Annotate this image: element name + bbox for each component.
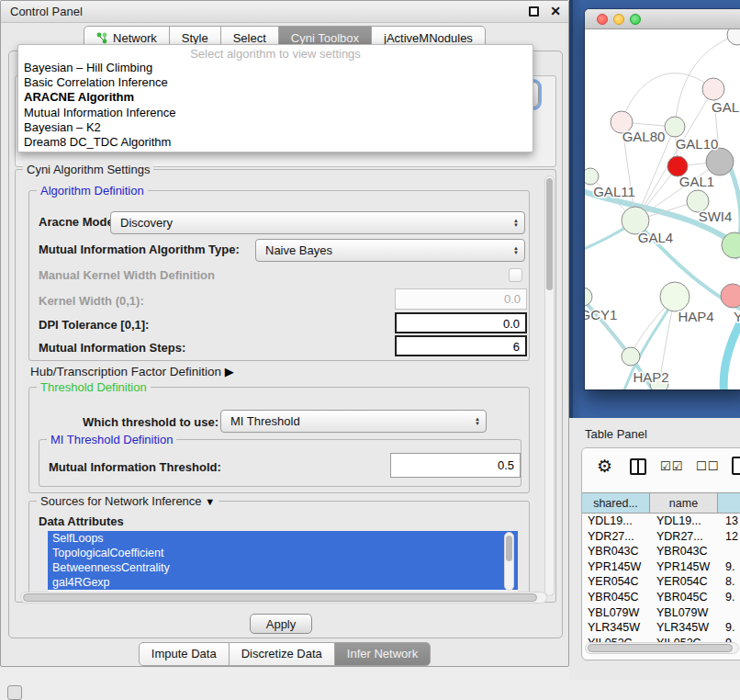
which-threshold-label: Which threshold to use:	[83, 415, 219, 429]
table-panel: Table Panel ⚙ ☑☑ ☐☐ shared...nameA YDL19…	[569, 418, 740, 680]
network-node[interactable]	[706, 148, 734, 175]
data-attributes-list[interactable]: SelfLoopsTopologicalCoefficientBetweenne…	[48, 531, 518, 592]
node-gcy1[interactable]	[585, 288, 592, 306]
tab-discretize-data[interactable]: Discretize Data	[229, 642, 335, 666]
tab-label: Select	[233, 31, 266, 45]
hub-definition-label: Hub/Transcription Factor Definition	[30, 365, 221, 378]
table-row[interactable]: YDL19...YDL19...13	[582, 514, 740, 529]
hub-definition-toggle[interactable]: Hub/Transcription Factor Definition ▶	[30, 365, 234, 378]
combo-arrows-icon: ▲▼	[508, 219, 524, 228]
settings-hscrollbar[interactable]	[20, 592, 547, 604]
table-cell: 9.	[720, 620, 740, 636]
table-panel-box: ⚙ ☑☑ ☐☐ shared...nameA YDL19...YDL19...1…	[581, 447, 740, 660]
table-cell: 9.	[720, 559, 740, 575]
tab-label: Infer Network	[347, 647, 418, 660]
aracne-mode-select[interactable]: Discovery ▲▼	[110, 211, 525, 234]
gear-icon[interactable]: ⚙	[597, 456, 612, 477]
table-row[interactable]: YPR145WYPR145W9.	[582, 559, 740, 575]
table-body: YDL19...YDL19...13YDR27...YDR27...12YBR0…	[582, 514, 740, 650]
table-cell: YDR27...	[651, 529, 720, 545]
tab-label: Cyni Toolbox	[291, 31, 359, 45]
node-gal11[interactable]	[585, 168, 599, 185]
columns-icon[interactable]	[630, 458, 646, 475]
table-cell: YPR145W	[651, 559, 720, 575]
algorithm-option[interactable]: Basic Correlation Inference	[18, 75, 533, 90]
node-label-hap4: HAP4	[678, 309, 713, 324]
mi-threshold-field[interactable]: 0.5	[390, 453, 521, 478]
table-cell	[720, 605, 740, 621]
collapsed-arrow-icon: ▶	[225, 365, 234, 378]
table-row[interactable]: YBL079WYBL079W	[582, 605, 740, 621]
network-edge[interactable]	[622, 73, 713, 122]
algorithm-list: Bayesian – Hill ClimbingBasic Correlatio…	[18, 61, 533, 150]
algorithm-definition-title: Algorithm Definition	[37, 184, 148, 198]
checked-boxes-icon[interactable]: ☑☑	[660, 459, 683, 473]
table-row[interactable]: YBR045CYBR045C9.	[582, 590, 740, 605]
kernel-width-field[interactable]: 0.0	[395, 288, 527, 310]
float-window-icon[interactable]	[529, 6, 539, 17]
node-table: shared...nameA YDL19...YDL19...13YDR27..…	[582, 492, 740, 650]
node-hap4[interactable]	[660, 282, 690, 311]
mi-type-label: Mutual Information Algorithm Type:	[39, 243, 240, 256]
table-cell: YDR27...	[582, 529, 651, 545]
column-header[interactable]: shared...	[581, 492, 650, 514]
bottom-tabs: Impute DataDiscretize DataInfer Network	[1, 642, 568, 666]
mi-steps-field[interactable]: 6	[395, 335, 527, 356]
minimize-traffic-light-icon[interactable]	[613, 14, 624, 25]
threshold-definition-title: Threshold Definition	[37, 380, 151, 394]
control-panel-titlebar: Control Panel ✕	[1, 1, 568, 23]
mi-type-select[interactable]: Naive Bayes ▲▼	[255, 239, 525, 262]
node-hap2[interactable]	[622, 347, 640, 366]
network-window: GALGAL80GAL10GAL1GAL11SWI4GAL4GCY1HAP4YH…	[585, 9, 740, 390]
manual-kernel-checkbox[interactable]	[509, 268, 522, 282]
which-threshold-select[interactable]: MI Threshold ▲▼	[220, 410, 487, 433]
table-row[interactable]: YDR27...YDR27...12	[582, 529, 740, 545]
apply-button[interactable]: Apply	[250, 614, 312, 634]
table-row[interactable]: YLR345WYLR345W9.	[582, 620, 740, 636]
control-panel-window: Control Panel ✕ NetworkStyleSelectCyni T…	[0, 0, 569, 667]
dpi-tolerance-label: DPI Tolerance [0,1]:	[39, 318, 149, 332]
tab-infer-network[interactable]: Infer Network	[334, 642, 431, 666]
network-window-titlebar	[585, 9, 740, 29]
cyni-algorithm-settings-group: Cyni Algorithm Settings Algorithm Defini…	[15, 169, 556, 603]
algorithm-option[interactable]: Dream8 DC_TDC Algorithm	[18, 135, 533, 150]
attribute-item[interactable]: BetweennessCentrality	[48, 560, 518, 575]
minimized-panel-icon[interactable]	[7, 685, 22, 700]
table-hscrollbar[interactable]	[585, 642, 739, 654]
close-traffic-light-icon[interactable]	[597, 14, 608, 25]
column-header[interactable]: name	[649, 492, 718, 514]
table-cell: YBL079W	[582, 605, 651, 621]
page-icon[interactable]	[732, 457, 740, 475]
column-header[interactable]: A	[717, 492, 740, 514]
unchecked-boxes-icon[interactable]: ☐☐	[696, 459, 719, 473]
table-row[interactable]: YER054CYER054C8.	[582, 574, 740, 590]
table-cell: 13	[720, 514, 740, 529]
dpi-tolerance-field[interactable]: 0.0	[395, 312, 527, 333]
node-gal10[interactable]	[665, 117, 685, 137]
network-canvas[interactable]: GALGAL80GAL10GAL1GAL11SWI4GAL4GCY1HAP4YH…	[585, 29, 740, 390]
control-panel-title: Control Panel	[10, 5, 83, 18]
algorithm-option[interactable]: Bayesian – K2	[18, 120, 533, 135]
tab-label: jActiveMNodules	[384, 31, 473, 45]
network-node[interactable]	[727, 29, 740, 45]
node-label-hap2: HAP2	[633, 369, 668, 385]
expanded-arrow-icon: ▼	[205, 496, 215, 507]
node-y[interactable]	[721, 284, 740, 308]
table-cell: YBR043C	[582, 544, 651, 559]
zoom-traffic-light-icon[interactable]	[630, 14, 641, 25]
tab-impute-data[interactable]: Impute Data	[139, 642, 230, 666]
table-cell: YLR345W	[582, 620, 651, 636]
algorithm-option[interactable]: Mutual Information Inference	[18, 106, 533, 120]
settings-scrollbar[interactable]	[544, 175, 555, 596]
sources-group-title[interactable]: Sources for Network Inference ▼	[37, 494, 219, 508]
attribute-item[interactable]: SelfLoops	[48, 531, 518, 546]
attribute-item[interactable]: TopologicalCoefficient	[48, 546, 518, 560]
algorithm-option[interactable]: Bayesian – Hill Climbing	[18, 61, 533, 75]
node-gal[interactable]	[702, 78, 724, 100]
table-row[interactable]: YBR043CYBR043C	[582, 544, 740, 559]
attribute-item[interactable]: gal4RGexp	[48, 575, 518, 590]
aracne-mode-value: Discovery	[111, 216, 508, 230]
close-icon[interactable]: ✕	[550, 4, 561, 18]
algorithm-option[interactable]: ARACNE Algorithm	[18, 90, 533, 105]
attributes-scrollbar[interactable]	[504, 532, 514, 591]
